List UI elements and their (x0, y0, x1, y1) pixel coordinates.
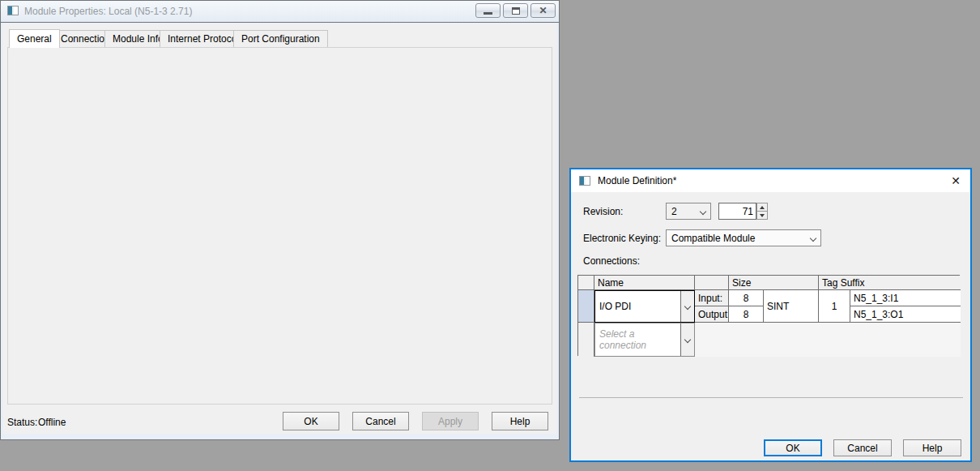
header-name: Name (594, 276, 695, 290)
electronic-keying-select[interactable]: Compatible Module (666, 229, 821, 246)
minimize-icon (484, 12, 492, 15)
restore-icon (512, 7, 520, 15)
spin-up-icon[interactable] (756, 203, 768, 212)
electronic-keying-label: Electronic Keying: (583, 233, 661, 244)
close-button[interactable]: ✕ (530, 3, 556, 18)
dialog-titlebar[interactable]: Module Definition* ✕ (571, 169, 970, 192)
tab-port-configuration[interactable]: Port Configuration (233, 30, 328, 47)
input-label-cell: Input: (695, 290, 729, 306)
separator (579, 397, 963, 398)
tab-label: General (17, 33, 52, 45)
revision-label: Revision: (583, 206, 623, 217)
tab-label: Connection (61, 33, 110, 45)
cancel-button[interactable]: Cancel (833, 439, 892, 456)
status-label: Status: (7, 417, 37, 428)
window-title: Module Properties: Local (N5-1-3 2.71) (24, 6, 192, 17)
general-tab-panel (7, 47, 552, 405)
tab-label: Module Info (113, 33, 164, 45)
connections-label: Connections: (583, 255, 640, 267)
connection-name-value: I/O PDI (595, 291, 680, 322)
output-tag-cell: N5_1_3:O1 (850, 306, 961, 323)
tab-label: Internet Protocol (168, 33, 239, 45)
add-connection-combobox[interactable]: Select a connection (594, 323, 695, 357)
spin-down-icon[interactable] (756, 212, 768, 220)
module-properties-window: Module Properties: Local (N5-1-3 2.71) ✕… (0, 0, 560, 440)
status-value: Offline (38, 417, 66, 428)
input-size-cell: 8 (729, 290, 764, 306)
electronic-keying-value: Compatible Module (671, 233, 755, 244)
help-button[interactable]: Help (903, 439, 961, 456)
cancel-button[interactable]: Cancel (352, 412, 409, 430)
empty-cell (695, 323, 961, 357)
tab-label: Port Configuration (241, 33, 320, 45)
chevron-down-icon (810, 234, 816, 241)
data-type-cell: SINT (764, 290, 819, 323)
header-selector-cell (578, 276, 594, 290)
chevron-down-icon (684, 336, 691, 343)
desktop: Module Properties: Local (N5-1-3 2.71) ✕… (0, 0, 980, 471)
revision-minor-input[interactable]: 71 (718, 203, 756, 220)
header-io-cell (695, 276, 729, 290)
ok-button[interactable]: OK (764, 439, 822, 456)
row-selector[interactable] (578, 290, 594, 323)
module-icon (7, 6, 19, 15)
header-tag-suffix: Tag Suffix (819, 276, 961, 290)
dropdown-button[interactable] (680, 291, 694, 322)
minimize-button[interactable] (475, 3, 501, 18)
close-button[interactable]: ✕ (948, 173, 964, 189)
revision-major-value: 2 (671, 206, 677, 217)
help-button[interactable]: Help (492, 412, 548, 430)
chevron-down-icon (684, 303, 691, 310)
revision-major-select[interactable]: 2 (666, 203, 711, 220)
connections-table: Name Size Tag Suffix I/O PDI Input: 8 SI… (577, 275, 960, 356)
restore-button[interactable] (503, 3, 528, 18)
chevron-down-icon (700, 208, 706, 214)
apply-button: Apply (422, 412, 479, 430)
ok-button[interactable]: OK (283, 412, 339, 430)
module-icon (579, 176, 590, 186)
output-label-cell: Output: (695, 306, 729, 323)
close-icon: ✕ (951, 174, 961, 187)
dropdown-button[interactable] (680, 323, 694, 356)
tag-suffix-number-cell: 1 (819, 290, 850, 323)
tab-general[interactable]: General (9, 29, 60, 48)
revision-minor-spinner[interactable] (756, 203, 768, 220)
titlebar[interactable]: Module Properties: Local (N5-1-3 2.71) ✕ (1, 1, 559, 23)
close-icon: ✕ (539, 6, 547, 15)
input-tag-cell: N5_1_3:I1 (850, 290, 961, 306)
output-size-cell: 8 (729, 306, 764, 323)
dialog-title: Module Definition* (598, 175, 676, 186)
header-size: Size (729, 276, 819, 290)
row-selector[interactable] (578, 323, 594, 357)
connection-name-combobox[interactable]: I/O PDI (594, 290, 695, 323)
add-connection-placeholder: Select a connection (595, 323, 680, 356)
module-definition-dialog: Module Definition* ✕ Revision: 2 71 Elec… (569, 168, 972, 462)
